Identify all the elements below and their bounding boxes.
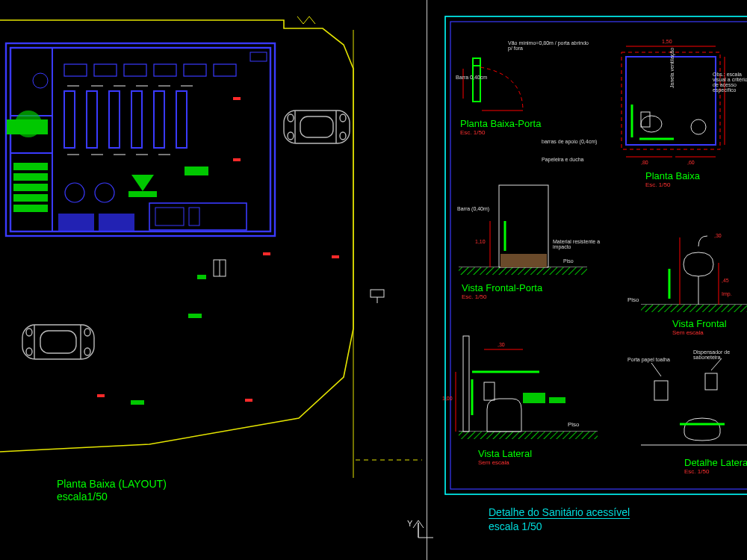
- left-planta-baixa-layout: [0, 16, 422, 478]
- svg-rect-9: [64, 91, 75, 148]
- svg-point-78: [84, 329, 90, 336]
- label-vl-scale: Sem escala: [478, 459, 509, 466]
- svg-rect-48: [250, 52, 267, 61]
- svg-rect-100: [500, 254, 547, 267]
- car-symbol: [284, 111, 350, 143]
- svg-line-124: [711, 358, 722, 370]
- svg-rect-56: [245, 399, 252, 402]
- svg-rect-33: [128, 191, 157, 197]
- label-dl-title: Detalhe Lateral: [684, 457, 747, 468]
- drawing-canvas: [0, 0, 747, 560]
- svg-rect-53: [263, 252, 270, 255]
- svg-point-71: [340, 132, 346, 140]
- label-vl-piso: Piso: [568, 421, 580, 428]
- dim-pb-2: ,80: [641, 160, 648, 165]
- label-pb-title: Planta Baixa: [645, 170, 700, 181]
- label-vfp-scale: Esc. 1/50: [462, 293, 486, 300]
- svg-rect-120: [654, 381, 668, 400]
- svg-rect-20: [214, 64, 236, 76]
- dim-vf-1: ,30: [714, 233, 722, 238]
- svg-rect-64: [284, 111, 350, 143]
- label-vfp-piso: Piso: [563, 258, 574, 264]
- svg-marker-32: [131, 175, 154, 191]
- label-dl-scale: Esc. 1/50: [684, 468, 709, 475]
- label-vf-title: Vista Frontal: [672, 318, 727, 329]
- label-vf-scale: Sem escala: [672, 329, 704, 336]
- svg-point-70: [340, 114, 346, 122]
- label-pb-janela: Janela ventilação: [669, 48, 675, 88]
- right-sanitario-detail: [445, 16, 747, 494]
- label-vl-title: Vista Lateral: [478, 448, 532, 459]
- svg-rect-19: [184, 64, 206, 76]
- label-pb-porta-barra: Barra 0,40cm: [456, 75, 487, 80]
- svg-rect-65: [300, 116, 333, 137]
- svg-rect-27: [13, 163, 48, 170]
- svg-rect-83: [473, 58, 480, 66]
- svg-point-79: [84, 348, 90, 355]
- svg-rect-121: [705, 373, 717, 390]
- sheet-scale: escala 1/50: [489, 520, 542, 532]
- svg-point-88: [641, 116, 662, 132]
- svg-rect-62: [371, 290, 384, 297]
- svg-rect-55: [97, 394, 105, 397]
- dim-vf-3: Imp.: [722, 291, 732, 296]
- label-pb-legend1: barras de apoio (0,4cm): [542, 139, 597, 144]
- svg-line-123: [651, 363, 661, 376]
- svg-rect-25: [189, 208, 199, 225]
- svg-rect-82: [473, 58, 480, 102]
- dim-pb-3: ,60: [687, 160, 695, 165]
- label-dl-n1: Porta papel toalha: [627, 357, 670, 362]
- svg-point-69: [288, 132, 294, 140]
- svg-point-22: [95, 183, 114, 202]
- svg-rect-34: [185, 167, 208, 175]
- svg-rect-80: [445, 16, 747, 494]
- svg-rect-11: [109, 91, 120, 148]
- ucs-label: Y: [407, 519, 412, 528]
- svg-rect-29: [13, 184, 48, 191]
- label-vfp-title: Vista Frontal-Porta: [462, 282, 542, 293]
- svg-rect-104: [641, 305, 747, 312]
- sheet-title: Detalhe do Sanitário acessível: [489, 506, 630, 518]
- svg-rect-72: [22, 325, 94, 359]
- label-pb-legend2: Papeleira e ducha: [542, 157, 583, 162]
- svg-rect-36: [99, 214, 134, 231]
- view-detalhe-lateral: [641, 358, 747, 445]
- view-planta-baixa-porta: [463, 58, 523, 111]
- svg-rect-73: [40, 331, 76, 353]
- cad-model-space[interactable]: Planta Baixa (LAYOUT) escala1/50 Detalhe…: [0, 0, 747, 560]
- svg-rect-112: [484, 382, 495, 400]
- label-pb-porta-scale: Esc. 1/50: [460, 129, 485, 136]
- svg-point-50: [15, 111, 42, 137]
- svg-rect-14: [176, 91, 187, 148]
- car-symbol: [22, 325, 94, 359]
- view-vista-frontal: [641, 236, 747, 312]
- svg-rect-81: [450, 22, 747, 489]
- svg-rect-24: [155, 208, 184, 225]
- svg-rect-52: [233, 158, 241, 161]
- svg-rect-16: [94, 64, 117, 76]
- label-pb-scale: Esc. 1/50: [645, 181, 670, 188]
- label-vfp-barra: Barra (0,40m): [457, 206, 489, 211]
- ucs-icon: [413, 520, 433, 538]
- left-title: Planta Baixa (LAYOUT): [57, 478, 167, 490]
- label-vf-piso: Piso: [627, 296, 639, 303]
- svg-point-68: [288, 114, 294, 122]
- svg-rect-10: [87, 91, 97, 148]
- svg-point-90: [691, 119, 706, 134]
- svg-rect-28: [13, 173, 48, 181]
- svg-rect-15: [64, 64, 87, 76]
- dim-vf-2: ,45: [722, 278, 729, 283]
- left-scale: escala1/50: [57, 491, 108, 503]
- svg-rect-30: [13, 194, 48, 202]
- dim-vl-w: ,30: [498, 342, 505, 347]
- svg-rect-51: [233, 97, 241, 100]
- svg-rect-35: [58, 214, 94, 231]
- svg-rect-111: [463, 336, 469, 432]
- svg-point-21: [65, 183, 84, 202]
- svg-point-77: [26, 348, 32, 355]
- label-pb-obs: Obs.: escala visual a critério de acesso…: [713, 72, 747, 93]
- label-vfp-note: Material resistente a impacto: [553, 239, 605, 249]
- dim-vfp-h: 1,10: [475, 239, 486, 244]
- svg-rect-59: [131, 400, 144, 405]
- svg-rect-58: [197, 275, 206, 279]
